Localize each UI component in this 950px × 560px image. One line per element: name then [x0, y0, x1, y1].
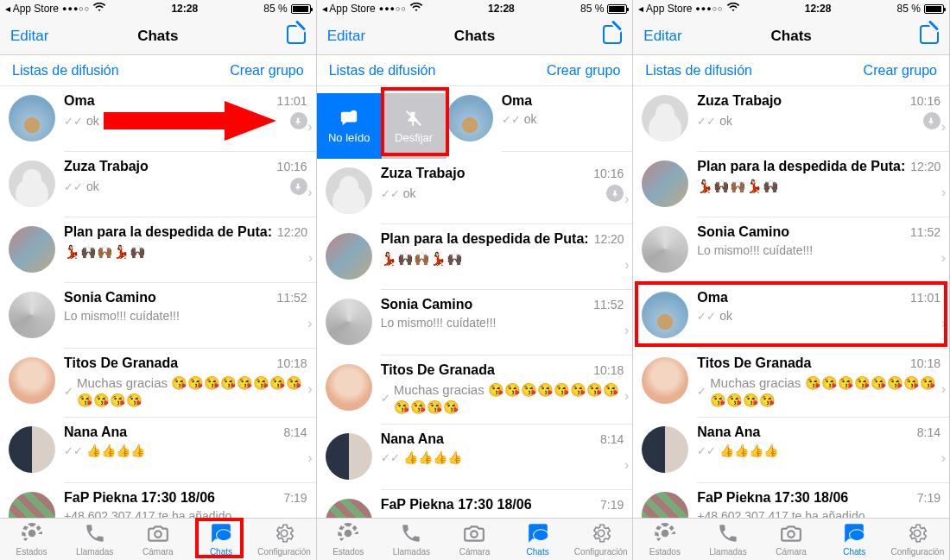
chat-time: 8:14 [283, 425, 307, 439]
tab-label: Chats [527, 547, 549, 557]
tab-label: Configuración [891, 547, 945, 557]
tab-configuracion[interactable]: Configuración [886, 519, 949, 560]
tab-chats-icon [527, 522, 549, 546]
tab-camara[interactable]: Cámara [760, 519, 823, 560]
compose-icon [287, 25, 306, 44]
chat-row[interactable]: Oma 11:01 ✓✓ ok [633, 283, 949, 349]
chat-row[interactable]: FaP Piekna 17:30 18/06 7:19 +48 602 307 … [0, 483, 316, 518]
nav-bar: Editar Chats [633, 17, 949, 55]
swipe-unread-label: No leído [328, 131, 370, 144]
tab-label: Estados [649, 547, 681, 557]
chat-preview: Muchas gracias 😘😘😘😘😘😘😘😘😘😘😘😘 [77, 374, 307, 408]
chat-name: Titos De Granada [64, 356, 277, 371]
single-check-icon: ✓ [697, 385, 706, 398]
new-group-link[interactable]: Crear grupo [547, 63, 620, 79]
broadcast-lists-link[interactable]: Listas de difusión [645, 63, 752, 79]
avatar [642, 492, 688, 518]
chat-row[interactable]: Zuza Trabajo 10:16 ✓✓ ok [317, 159, 633, 224]
chat-row[interactable]: Sonia Camino 11:52 Lo mismo!!! cuídate!!… [317, 290, 633, 356]
chat-list[interactable]: No leído Desfijar Oma ✓✓ ok [317, 86, 633, 518]
tab-llamadas-icon [717, 522, 739, 546]
chat-row[interactable]: Sonia Camino 11:52 Lo mismo!!! cuídate!!… [0, 283, 316, 349]
avatar [9, 160, 55, 207]
chat-row[interactable]: Oma 11:01 ✓✓ ok [0, 86, 316, 152]
battery-percent: 85 % [897, 3, 921, 15]
tab-label: Configuración [257, 547, 311, 557]
tab-camara-icon [780, 522, 802, 546]
tab-estados-icon [654, 522, 676, 546]
tab-chats[interactable]: Chats [823, 519, 886, 560]
chat-name: Oma [502, 93, 624, 109]
edit-button[interactable]: Editar [643, 28, 681, 45]
edit-button[interactable]: Editar [10, 28, 48, 45]
tab-llamadas[interactable]: Llamadas [696, 519, 759, 560]
tab-configuracion[interactable]: Configuración [253, 519, 316, 560]
chat-name: Oma [697, 290, 910, 305]
chat-preview: ok [719, 114, 918, 128]
chat-row[interactable]: Plan para la despedida de Puta: 12:20 💃🏻… [633, 152, 949, 217]
svg-point-1 [155, 531, 162, 538]
new-group-link[interactable]: Crear grupo [864, 63, 937, 79]
tab-estados[interactable]: Estados [633, 519, 696, 560]
chat-row[interactable]: Plan para la despedida de Puta: 12:20 💃🏻… [0, 217, 316, 283]
tab-estados[interactable]: Estados [0, 519, 63, 560]
chat-time: 10:16 [277, 160, 307, 173]
new-group-link[interactable]: Crear grupo [230, 63, 303, 79]
chat-row[interactable]: Titos De Granada 10:18 ✓ Muchas gracias … [0, 349, 316, 418]
back-to-app[interactable]: ◂ App Store [5, 3, 59, 15]
chat-name: Plan para la despedida de Puta: [381, 231, 594, 247]
chevron-icon [624, 457, 629, 473]
chat-list[interactable]: Zuza Trabajo 10:16 ✓✓ ok Plan para la de… [633, 86, 949, 518]
chat-list[interactable]: Oma 11:01 ✓✓ ok Zuza Trabajo 10:16 ✓✓ ok [0, 86, 316, 518]
chat-row[interactable]: Nana Ana 8:14 ✓✓ 👍👍👍👍 [633, 418, 949, 483]
svg-point-9 [788, 531, 795, 538]
tab-camara[interactable]: Cámara [443, 519, 506, 560]
chevron-icon [307, 450, 312, 466]
swipe-unpin-button[interactable]: Desfijar [382, 93, 446, 159]
chat-name: FaP Piekna 17:30 18/06 [697, 490, 916, 506]
screen-1: ◂ App Store ●●●○○ 12:28 85 % Editar Chat… [0, 0, 317, 560]
tab-estados[interactable]: Estados [317, 519, 380, 560]
chat-time: 11:01 [910, 291, 940, 305]
nav-bar: Editar Chats [317, 17, 633, 55]
chat-row[interactable]: Nana Ana 8:14 ✓✓ 👍👍👍👍 [0, 418, 316, 483]
signal-dots-icon: ●●●○○ [695, 4, 723, 13]
chat-row[interactable]: Nana Ana 8:14 ✓✓ 👍👍👍👍 [317, 425, 633, 490]
signal-dots-icon: ●●●○○ [379, 4, 407, 13]
back-to-app[interactable]: ◂ App Store [322, 3, 376, 15]
chat-time: 8:14 [600, 432, 624, 446]
compose-button[interactable] [287, 25, 306, 47]
avatar [326, 433, 372, 480]
swipe-unread-button[interactable]: No leído [317, 93, 382, 159]
chevron-icon [307, 381, 312, 397]
tab-configuracion[interactable]: Configuración [569, 519, 632, 560]
tab-chats[interactable]: Chats [189, 519, 252, 560]
chat-row[interactable]: Plan para la despedida de Puta: 12:20 💃🏻… [317, 224, 633, 290]
compose-button[interactable] [603, 25, 622, 47]
tab-label: Estados [16, 547, 47, 557]
chevron-icon [308, 250, 313, 266]
svg-point-5 [345, 530, 352, 538]
chat-row[interactable]: No leído Desfijar Oma ✓✓ ok [317, 86, 633, 159]
back-to-app[interactable]: ◂ App Store [638, 3, 692, 15]
tab-llamadas[interactable]: Llamadas [380, 519, 443, 560]
tab-camara[interactable]: Cámara [126, 519, 189, 560]
tab-bar: Estados Llamadas Cámara Chats Configurac… [633, 518, 949, 560]
compose-button[interactable] [920, 25, 939, 47]
tab-llamadas[interactable]: Llamadas [63, 519, 126, 560]
chat-row[interactable]: FaP Piekna 17:30 18/06 7:19 +48 602 307 … [317, 490, 633, 518]
chat-preview: ok [86, 114, 285, 128]
chat-row[interactable]: Titos De Granada 10:18 ✓ Muchas gracias … [633, 349, 949, 418]
broadcast-lists-link[interactable]: Listas de difusión [12, 63, 119, 79]
double-check-icon: ✓✓ [697, 115, 716, 128]
chat-row[interactable]: Zuza Trabajo 10:16 ✓✓ ok [0, 152, 316, 217]
edit-button[interactable]: Editar [327, 28, 365, 45]
nav-bar: Editar Chats [0, 17, 316, 55]
compose-icon [920, 25, 939, 44]
chat-row[interactable]: FaP Piekna 17:30 18/06 7:19 +48 602 307 … [633, 483, 949, 518]
tab-chats[interactable]: Chats [506, 519, 569, 560]
chat-row[interactable]: Titos De Granada 10:18 ✓ Muchas gracias … [317, 356, 633, 425]
broadcast-lists-link[interactable]: Listas de difusión [329, 63, 436, 79]
chat-row[interactable]: Zuza Trabajo 10:16 ✓✓ ok [633, 86, 949, 152]
chat-row[interactable]: Sonia Camino 11:52 Lo mismo!!! cuídate!!… [633, 217, 949, 283]
